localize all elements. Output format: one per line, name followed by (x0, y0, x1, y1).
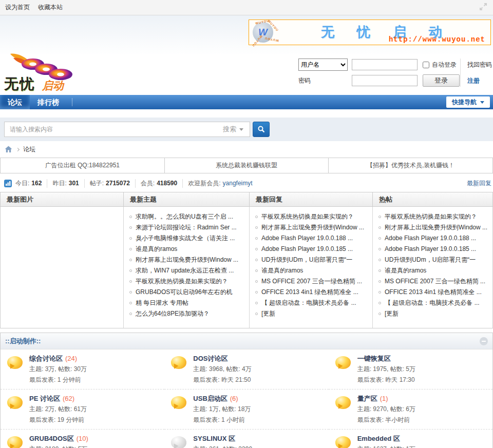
forum-lastpost[interactable]: 最后发表: 1 小时前 (193, 415, 324, 425)
topic-link[interactable]: 谁是真的ramos (136, 244, 177, 255)
ad-link[interactable]: 广告位出租 QQ:184822951 (1, 158, 164, 173)
forum-link[interactable]: 量产区 (357, 395, 377, 402)
latest-reply-link[interactable]: 最新回复 (467, 179, 492, 188)
expand-icon[interactable] (479, 2, 488, 13)
reply-link[interactable]: MS OFFICE 2007 三合一绿色精简 ... (261, 276, 362, 287)
forum-link[interactable]: GRUB4DOS区 (29, 435, 74, 442)
reply-link[interactable]: Adobe Flash Player 19.0.0.188 ... (261, 233, 353, 244)
login-button[interactable]: 登录 (423, 74, 460, 87)
topic-link[interactable]: 平板双系统热切换是如果实现的？ (136, 276, 228, 287)
latest-replies-header[interactable]: 最新回复 (249, 192, 372, 206)
password-input[interactable] (352, 75, 418, 86)
forum-lastpost[interactable]: 最后发表: 昨天 17:30 (357, 375, 488, 385)
forum-link[interactable]: Embedded 区 (357, 435, 400, 442)
reply-link[interactable]: [更新 (261, 308, 275, 319)
bookmark-site-link[interactable]: 收藏本站 (38, 3, 63, 12)
auto-login-checkbox[interactable] (423, 62, 429, 68)
topic-link[interactable]: 来源于论坛回报论坛：Radmin Ser ... (136, 222, 237, 233)
newest-member-link[interactable]: yangfeimyt (223, 180, 253, 187)
ad-link[interactable]: 系统总裁装机赚钱联盟 (164, 158, 329, 173)
topic-link[interactable]: 精 每日灌水 专用帖 (136, 298, 188, 308)
search-input[interactable] (5, 126, 217, 133)
forum-link[interactable]: 综合讨论区 (29, 355, 63, 362)
nav-spacer (0, 109, 493, 118)
hot-link[interactable]: [更新 (385, 308, 399, 319)
hot-link[interactable]: 【 超级启动盘：电脑技术员必备 ... (385, 298, 480, 308)
home-icon[interactable] (5, 146, 12, 153)
stat-yesterday: 昨日:301 (52, 179, 84, 188)
username-type-select[interactable]: 用户名 (298, 59, 348, 71)
set-homepage-link[interactable]: 设为首页 (5, 3, 30, 12)
ad-link[interactable]: 【招募】优秀技术员,装机赚钱！ (328, 158, 492, 173)
speech-bubble-icon (7, 356, 23, 369)
forum-lastpost[interactable]: 最后发表: 1 分钟前 (29, 375, 160, 385)
forum-link[interactable]: USB启动区 (193, 395, 227, 402)
reply-link[interactable]: 刚才屏幕上出现免费升级到Window ... (261, 222, 364, 233)
latest-images-column (1, 207, 123, 328)
bullet-icon (255, 280, 258, 283)
tab-forum[interactable]: 论坛 (0, 95, 30, 109)
ad-links-row: 广告位出租 QQ:184822951 系统总裁装机赚钱联盟 【招募】优秀技术员,… (0, 158, 493, 173)
forum-lastpost[interactable]: 最后发表: 半小时前 (357, 415, 488, 425)
bullet-icon (129, 216, 132, 218)
quick-nav-label: 快捷导航 (452, 96, 477, 108)
forgot-password-link[interactable]: 找回密码 (467, 59, 492, 71)
bullet-icon (129, 248, 132, 250)
hot-link[interactable]: 谁是真的ramos (385, 265, 426, 276)
hot-posts-header[interactable]: 热帖 (372, 192, 492, 206)
hot-link[interactable]: UD升级到UDm，U启部署只需“一 (385, 255, 476, 265)
reply-link[interactable]: 谁是真的ramos (261, 265, 303, 276)
hot-link[interactable]: MS OFFICE 2007 三合一绿色精简 ... (385, 276, 485, 287)
breadcrumb-current[interactable]: 论坛 (23, 145, 35, 154)
bullet-icon (255, 248, 258, 250)
reply-link[interactable]: Adobe Flash Player 19.0.0.185 ... (261, 244, 353, 255)
topic-link[interactable]: 刚才屏幕上出现免费升级到Window ... (136, 255, 238, 265)
bullet-icon (129, 259, 132, 261)
speech-bubble-icon (335, 396, 351, 409)
forum-link[interactable]: DOS讨论区 (193, 355, 227, 362)
forum-lastpost[interactable]: 最后发表: 19 分钟前 (29, 415, 160, 425)
speech-bubble-icon (335, 356, 351, 369)
forum-link[interactable]: 一键恢复区 (357, 355, 391, 362)
site-header: wuyou wuyou wuyou wuyou W 无忧启动 http://ww… (0, 15, 493, 95)
topic-link[interactable]: 臭小子电脑维修实战大全（请关注 ... (136, 233, 235, 244)
category-title-link[interactable]: ::启动制作:: (5, 337, 41, 346)
hot-link[interactable]: Adobe Flash Player 19.0.0.188 ... (385, 233, 476, 244)
forum-stats: 主题: 1万, 帖数: 18万 (193, 404, 324, 414)
collapse-icon[interactable] (480, 337, 488, 345)
reply-link[interactable]: 平板双系统热切换是如果实现的？ (261, 211, 354, 222)
quick-nav-button[interactable]: 快捷导航 (446, 96, 490, 108)
bullet-icon (129, 269, 132, 272)
reply-link[interactable]: UD升级到UDm，U启部署只需“一 (261, 255, 352, 265)
topic-link[interactable]: 怎么为64位8PE添加驱动？ (136, 308, 210, 319)
forum-cell: 综合讨论区(24) 主题: 3万, 帖数: 30万 最后发表: 1 分钟前 (1, 349, 164, 389)
forum-lastpost[interactable]: 最后发表: 昨天 21:50 (193, 375, 324, 385)
hot-link[interactable]: OFFICE 2013 4in1 绿色精简准全 ... (385, 287, 482, 298)
speech-bubble-icon (7, 436, 23, 448)
banner-ad[interactable]: wuyou wuyou wuyou wuyou W 无忧启动 http://ww… (249, 20, 491, 45)
username-input[interactable] (352, 59, 418, 70)
category-header: ::启动制作:: (1, 333, 492, 349)
search-scope-selector[interactable]: 搜索 (217, 125, 250, 134)
register-link[interactable]: 注册 (467, 74, 492, 87)
hot-link[interactable]: 刚才屏幕上出现免费升级到Window ... (385, 222, 487, 233)
forum-link[interactable]: SYSLINUX 区 (193, 435, 235, 442)
hot-link[interactable]: 平板双系统热切换是如果实现的？ (385, 211, 477, 222)
tab-ranking[interactable]: 排行榜 (30, 95, 67, 109)
hot-link[interactable]: Adobe Flash Player 19.0.0.185 ... (385, 244, 476, 255)
forum-cell: 一键恢复区 主题: 1975, 帖数: 5万 最后发表: 昨天 17:30 (329, 349, 492, 389)
reply-link[interactable]: OFFICE 2013 4in1 绿色精简准全 ... (261, 287, 358, 298)
latest-images-header[interactable]: 最新图片 (1, 192, 123, 206)
forum-link[interactable]: PE 讨论区 (29, 395, 60, 402)
search-button[interactable] (253, 122, 270, 137)
list-item: 【 超级启动盘：电脑技术员必备 ... (377, 298, 489, 308)
stat-members: 会员:418590 (141, 179, 183, 188)
topic-link[interactable]: GRUB4DOS可以启动96年左右的机 (136, 287, 233, 298)
latest-topics-header[interactable]: 最新主题 (123, 192, 249, 206)
topic-link[interactable]: 求助啊。。怎么我的U盘有三个启 ... (136, 211, 233, 222)
topic-link[interactable]: 求助，WIN7 update永远正在检查 ... (136, 265, 234, 276)
nav-divider (72, 98, 72, 106)
reply-link[interactable]: 【 超级启动盘：电脑技术员必备 ... (261, 298, 356, 308)
list-item: 平板双系统热切换是如果实现的？ (377, 211, 489, 222)
auto-login-checkbox-label[interactable]: 自动登录 (423, 61, 457, 69)
